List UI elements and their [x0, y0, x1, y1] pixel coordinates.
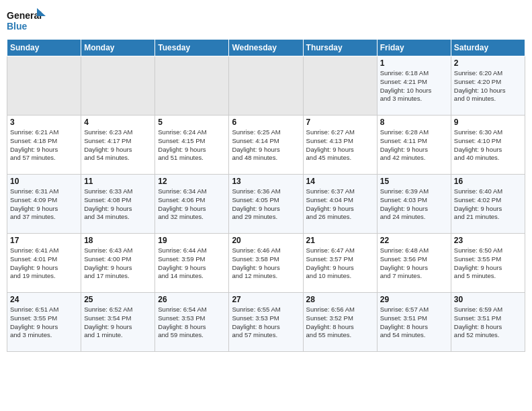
- cell-content: Sunrise: 6:30 AM Sunset: 4:10 PM Dayligh…: [454, 128, 522, 163]
- calendar-cell: [81, 56, 155, 116]
- day-number: 26: [158, 295, 226, 304]
- cell-content: Sunrise: 6:18 AM Sunset: 4:21 PM Dayligh…: [380, 69, 448, 103]
- day-number: 6: [232, 118, 300, 127]
- calendar-cell: 5Sunrise: 6:24 AM Sunset: 4:15 PM Daylig…: [155, 116, 229, 175]
- calendar-week-4: 17Sunrise: 6:41 AM Sunset: 4:01 PM Dayli…: [7, 234, 525, 293]
- calendar-header: SundayMondayTuesdayWednesdayThursdayFrid…: [7, 40, 525, 56]
- day-number: 22: [380, 236, 448, 245]
- page: GeneralBlue SundayMondayTuesdayWednesday…: [0, 0, 532, 411]
- day-number: 14: [306, 177, 374, 186]
- weekday-header-monday: Monday: [81, 40, 155, 56]
- cell-content: Sunrise: 6:43 AM Sunset: 4:00 PM Dayligh…: [84, 246, 152, 281]
- day-number: 23: [454, 236, 522, 245]
- cell-content: Sunrise: 6:47 AM Sunset: 3:57 PM Dayligh…: [306, 246, 374, 281]
- day-number: 18: [84, 236, 152, 245]
- calendar-week-3: 10Sunrise: 6:31 AM Sunset: 4:09 PM Dayli…: [7, 175, 525, 234]
- calendar-cell: 7Sunrise: 6:27 AM Sunset: 4:13 PM Daylig…: [303, 116, 377, 175]
- cell-content: Sunrise: 6:23 AM Sunset: 4:17 PM Dayligh…: [84, 128, 152, 163]
- day-number: 30: [454, 295, 522, 304]
- calendar-cell: 15Sunrise: 6:39 AM Sunset: 4:03 PM Dayli…: [377, 175, 451, 234]
- calendar-cell: 18Sunrise: 6:43 AM Sunset: 4:00 PM Dayli…: [81, 234, 155, 293]
- calendar-cell: 19Sunrise: 6:44 AM Sunset: 3:59 PM Dayli…: [155, 234, 229, 293]
- calendar-body: 1Sunrise: 6:18 AM Sunset: 4:21 PM Daylig…: [7, 56, 525, 352]
- weekday-header-sunday: Sunday: [7, 40, 81, 56]
- cell-content: Sunrise: 6:46 AM Sunset: 3:58 PM Dayligh…: [232, 246, 300, 281]
- day-number: 5: [158, 118, 226, 127]
- calendar-cell: [303, 56, 377, 116]
- calendar-cell: 22Sunrise: 6:48 AM Sunset: 3:56 PM Dayli…: [377, 234, 451, 293]
- day-number: 24: [10, 295, 78, 304]
- cell-content: Sunrise: 6:39 AM Sunset: 4:03 PM Dayligh…: [380, 187, 448, 222]
- calendar-cell: [229, 56, 303, 116]
- logo-icon: GeneralBlue: [7, 7, 47, 34]
- calendar-cell: 26Sunrise: 6:54 AM Sunset: 3:53 PM Dayli…: [155, 293, 229, 352]
- day-number: 20: [232, 236, 300, 245]
- calendar-cell: 3Sunrise: 6:21 AM Sunset: 4:18 PM Daylig…: [7, 116, 81, 175]
- cell-content: Sunrise: 6:37 AM Sunset: 4:04 PM Dayligh…: [306, 187, 374, 222]
- cell-content: Sunrise: 6:34 AM Sunset: 4:06 PM Dayligh…: [158, 187, 226, 222]
- cell-content: Sunrise: 6:41 AM Sunset: 4:01 PM Dayligh…: [10, 246, 78, 281]
- day-number: 7: [306, 118, 374, 127]
- cell-content: Sunrise: 6:33 AM Sunset: 4:08 PM Dayligh…: [84, 187, 152, 222]
- calendar-cell: 4Sunrise: 6:23 AM Sunset: 4:17 PM Daylig…: [81, 116, 155, 175]
- calendar-cell: 25Sunrise: 6:52 AM Sunset: 3:54 PM Dayli…: [81, 293, 155, 352]
- cell-content: Sunrise: 6:57 AM Sunset: 3:51 PM Dayligh…: [380, 306, 448, 340]
- day-number: 19: [158, 236, 226, 245]
- calendar-cell: 6Sunrise: 6:25 AM Sunset: 4:14 PM Daylig…: [229, 116, 303, 175]
- day-number: 12: [158, 177, 226, 186]
- svg-text:Blue: Blue: [7, 21, 28, 32]
- cell-content: Sunrise: 6:27 AM Sunset: 4:13 PM Dayligh…: [306, 128, 374, 163]
- calendar-week-5: 24Sunrise: 6:51 AM Sunset: 3:55 PM Dayli…: [7, 293, 525, 352]
- day-number: 11: [84, 177, 152, 186]
- calendar-cell: 8Sunrise: 6:28 AM Sunset: 4:11 PM Daylig…: [377, 116, 451, 175]
- day-number: 28: [306, 295, 374, 304]
- weekday-header-wednesday: Wednesday: [229, 40, 303, 56]
- cell-content: Sunrise: 6:36 AM Sunset: 4:05 PM Dayligh…: [232, 187, 300, 222]
- calendar-cell: 28Sunrise: 6:56 AM Sunset: 3:52 PM Dayli…: [303, 293, 377, 352]
- calendar-cell: 16Sunrise: 6:40 AM Sunset: 4:02 PM Dayli…: [451, 175, 525, 234]
- logo: GeneralBlue: [7, 7, 47, 34]
- day-number: 21: [306, 236, 374, 245]
- cell-content: Sunrise: 6:54 AM Sunset: 3:53 PM Dayligh…: [158, 306, 226, 340]
- cell-content: Sunrise: 6:20 AM Sunset: 4:20 PM Dayligh…: [454, 69, 522, 103]
- day-number: 1: [380, 58, 448, 68]
- cell-content: Sunrise: 6:24 AM Sunset: 4:15 PM Dayligh…: [158, 128, 226, 163]
- calendar: SundayMondayTuesdayWednesdayThursdayFrid…: [7, 39, 525, 352]
- calendar-cell: 24Sunrise: 6:51 AM Sunset: 3:55 PM Dayli…: [7, 293, 81, 352]
- cell-content: Sunrise: 6:48 AM Sunset: 3:56 PM Dayligh…: [380, 246, 448, 281]
- day-number: 25: [84, 295, 152, 304]
- cell-content: Sunrise: 6:40 AM Sunset: 4:02 PM Dayligh…: [454, 187, 522, 222]
- header: GeneralBlue: [7, 7, 525, 34]
- calendar-week-2: 3Sunrise: 6:21 AM Sunset: 4:18 PM Daylig…: [7, 116, 525, 175]
- calendar-week-1: 1Sunrise: 6:18 AM Sunset: 4:21 PM Daylig…: [7, 56, 525, 116]
- calendar-cell: 12Sunrise: 6:34 AM Sunset: 4:06 PM Dayli…: [155, 175, 229, 234]
- day-number: 27: [232, 295, 300, 304]
- cell-content: Sunrise: 6:59 AM Sunset: 3:51 PM Dayligh…: [454, 306, 522, 340]
- calendar-cell: 21Sunrise: 6:47 AM Sunset: 3:57 PM Dayli…: [303, 234, 377, 293]
- day-number: 9: [454, 118, 522, 127]
- cell-content: Sunrise: 6:21 AM Sunset: 4:18 PM Dayligh…: [10, 128, 78, 163]
- calendar-cell: 17Sunrise: 6:41 AM Sunset: 4:01 PM Dayli…: [7, 234, 81, 293]
- weekday-header-thursday: Thursday: [303, 40, 377, 56]
- day-number: 2: [454, 58, 522, 68]
- cell-content: Sunrise: 6:52 AM Sunset: 3:54 PM Dayligh…: [84, 306, 152, 340]
- calendar-cell: 27Sunrise: 6:55 AM Sunset: 3:53 PM Dayli…: [229, 293, 303, 352]
- day-number: 4: [84, 118, 152, 127]
- calendar-cell: 2Sunrise: 6:20 AM Sunset: 4:20 PM Daylig…: [451, 56, 525, 116]
- day-number: 13: [232, 177, 300, 186]
- day-number: 8: [380, 118, 448, 127]
- weekday-row: SundayMondayTuesdayWednesdayThursdayFrid…: [7, 40, 525, 56]
- cell-content: Sunrise: 6:50 AM Sunset: 3:55 PM Dayligh…: [454, 246, 522, 281]
- svg-marker-2: [37, 8, 46, 16]
- cell-content: Sunrise: 6:28 AM Sunset: 4:11 PM Dayligh…: [380, 128, 448, 163]
- weekday-header-saturday: Saturday: [451, 40, 525, 56]
- cell-content: Sunrise: 6:44 AM Sunset: 3:59 PM Dayligh…: [158, 246, 226, 281]
- day-number: 3: [10, 118, 78, 127]
- day-number: 10: [10, 177, 78, 186]
- calendar-cell: 11Sunrise: 6:33 AM Sunset: 4:08 PM Dayli…: [81, 175, 155, 234]
- calendar-cell: [7, 56, 81, 116]
- cell-content: Sunrise: 6:25 AM Sunset: 4:14 PM Dayligh…: [232, 128, 300, 163]
- cell-content: Sunrise: 6:56 AM Sunset: 3:52 PM Dayligh…: [306, 306, 374, 340]
- calendar-cell: [155, 56, 229, 116]
- calendar-cell: 13Sunrise: 6:36 AM Sunset: 4:05 PM Dayli…: [229, 175, 303, 234]
